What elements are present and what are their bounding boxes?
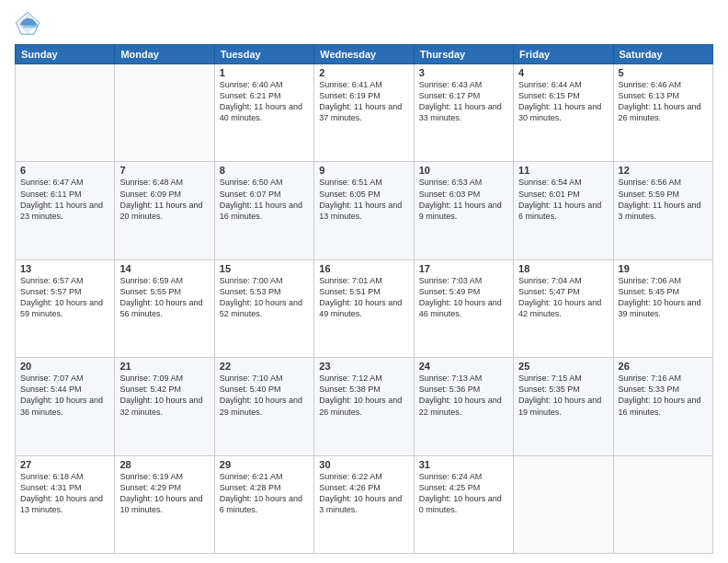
day-number: 6: [20, 165, 109, 176]
day-cell: 18Sunrise: 7:04 AM Sunset: 5:47 PM Dayli…: [514, 259, 613, 357]
day-cell: 14Sunrise: 6:59 AM Sunset: 5:55 PM Dayli…: [115, 259, 214, 357]
col-monday: Monday: [115, 45, 214, 64]
day-cell: 22Sunrise: 7:10 AM Sunset: 5:40 PM Dayli…: [214, 358, 313, 455]
day-cell: [613, 455, 712, 553]
day-number: 4: [518, 67, 608, 78]
col-friday: Friday: [514, 45, 613, 64]
day-number: 9: [319, 165, 408, 176]
day-number: 23: [319, 361, 408, 372]
day-cell: 31Sunrise: 6:24 AM Sunset: 4:25 PM Dayli…: [414, 455, 513, 553]
day-cell: 28Sunrise: 6:19 AM Sunset: 4:29 PM Dayli…: [115, 455, 214, 553]
day-cell: 30Sunrise: 6:22 AM Sunset: 4:26 PM Dayli…: [314, 455, 414, 553]
logo-icon: [15, 11, 40, 37]
day-info: Sunrise: 6:44 AM Sunset: 6:15 PM Dayligh…: [518, 79, 608, 124]
day-number: 2: [319, 67, 408, 78]
day-info: Sunrise: 6:56 AM Sunset: 5:59 PM Dayligh…: [619, 177, 708, 222]
day-number: 30: [319, 459, 408, 470]
day-info: Sunrise: 6:41 AM Sunset: 6:19 PM Dayligh…: [319, 79, 408, 124]
day-info: Sunrise: 6:19 AM Sunset: 4:29 PM Dayligh…: [119, 471, 209, 516]
day-number: 11: [518, 165, 608, 176]
col-tuesday: Tuesday: [214, 45, 313, 64]
day-cell: 27Sunrise: 6:18 AM Sunset: 4:31 PM Dayli…: [16, 455, 115, 553]
day-cell: 25Sunrise: 7:15 AM Sunset: 5:35 PM Dayli…: [514, 358, 613, 455]
day-cell: 17Sunrise: 7:03 AM Sunset: 5:49 PM Dayli…: [414, 259, 513, 357]
day-info: Sunrise: 7:04 AM Sunset: 5:47 PM Dayligh…: [518, 275, 608, 320]
day-number: 20: [20, 361, 109, 372]
day-number: 26: [619, 361, 708, 372]
day-number: 13: [20, 263, 109, 274]
day-number: 19: [619, 263, 708, 274]
day-info: Sunrise: 7:03 AM Sunset: 5:49 PM Dayligh…: [419, 275, 508, 320]
day-info: Sunrise: 7:15 AM Sunset: 5:35 PM Dayligh…: [518, 373, 608, 418]
day-cell: [16, 64, 115, 162]
day-number: 10: [419, 165, 508, 176]
day-number: 22: [220, 361, 309, 372]
day-info: Sunrise: 6:51 AM Sunset: 6:05 PM Dayligh…: [319, 177, 408, 222]
day-cell: 20Sunrise: 7:07 AM Sunset: 5:44 PM Dayli…: [16, 358, 115, 455]
day-number: 15: [220, 263, 309, 274]
day-number: 18: [518, 263, 608, 274]
day-info: Sunrise: 7:09 AM Sunset: 5:42 PM Dayligh…: [119, 373, 209, 418]
day-info: Sunrise: 6:22 AM Sunset: 4:26 PM Dayligh…: [319, 471, 408, 516]
day-cell: 12Sunrise: 6:56 AM Sunset: 5:59 PM Dayli…: [613, 162, 712, 259]
day-number: 29: [220, 459, 309, 470]
day-cell: 15Sunrise: 7:00 AM Sunset: 5:53 PM Dayli…: [214, 259, 313, 357]
day-info: Sunrise: 7:12 AM Sunset: 5:38 PM Dayligh…: [319, 373, 408, 418]
week-row-2: 13Sunrise: 6:57 AM Sunset: 5:57 PM Dayli…: [16, 259, 713, 357]
day-cell: 5Sunrise: 6:46 AM Sunset: 6:13 PM Daylig…: [613, 64, 712, 162]
col-wednesday: Wednesday: [314, 45, 414, 64]
day-cell: 8Sunrise: 6:50 AM Sunset: 6:07 PM Daylig…: [214, 162, 313, 259]
day-cell: 1Sunrise: 6:40 AM Sunset: 6:21 PM Daylig…: [214, 64, 313, 162]
day-number: 14: [119, 263, 209, 274]
day-info: Sunrise: 6:53 AM Sunset: 6:03 PM Dayligh…: [419, 177, 508, 222]
day-cell: 24Sunrise: 7:13 AM Sunset: 5:36 PM Dayli…: [414, 358, 513, 455]
col-thursday: Thursday: [414, 45, 513, 64]
day-number: 27: [20, 459, 109, 470]
day-number: 17: [419, 263, 508, 274]
day-info: Sunrise: 7:16 AM Sunset: 5:33 PM Dayligh…: [619, 373, 708, 418]
day-info: Sunrise: 6:48 AM Sunset: 6:09 PM Dayligh…: [119, 177, 209, 222]
day-cell: 16Sunrise: 7:01 AM Sunset: 5:51 PM Dayli…: [314, 259, 414, 357]
day-cell: 21Sunrise: 7:09 AM Sunset: 5:42 PM Dayli…: [115, 358, 214, 455]
day-number: 31: [419, 459, 508, 470]
day-info: Sunrise: 7:10 AM Sunset: 5:40 PM Dayligh…: [220, 373, 309, 418]
day-info: Sunrise: 7:00 AM Sunset: 5:53 PM Dayligh…: [220, 275, 309, 320]
week-row-0: 1Sunrise: 6:40 AM Sunset: 6:21 PM Daylig…: [16, 64, 713, 162]
day-cell: 11Sunrise: 6:54 AM Sunset: 6:01 PM Dayli…: [514, 162, 613, 259]
week-row-1: 6Sunrise: 6:47 AM Sunset: 6:11 PM Daylig…: [16, 162, 713, 259]
day-number: 12: [619, 165, 708, 176]
day-cell: 10Sunrise: 6:53 AM Sunset: 6:03 PM Dayli…: [414, 162, 513, 259]
day-number: 24: [419, 361, 508, 372]
logo-area: [15, 11, 42, 37]
header-row: Sunday Monday Tuesday Wednesday Thursday…: [16, 45, 713, 64]
day-number: 8: [220, 165, 309, 176]
day-number: 21: [119, 361, 209, 372]
day-cell: [115, 64, 214, 162]
day-info: Sunrise: 6:46 AM Sunset: 6:13 PM Dayligh…: [619, 79, 708, 124]
day-number: 3: [419, 67, 508, 78]
day-info: Sunrise: 6:57 AM Sunset: 5:57 PM Dayligh…: [20, 275, 109, 320]
day-info: Sunrise: 6:40 AM Sunset: 6:21 PM Dayligh…: [220, 79, 309, 124]
day-cell: 6Sunrise: 6:47 AM Sunset: 6:11 PM Daylig…: [16, 162, 115, 259]
day-info: Sunrise: 6:43 AM Sunset: 6:17 PM Dayligh…: [419, 79, 508, 124]
week-row-3: 20Sunrise: 7:07 AM Sunset: 5:44 PM Dayli…: [16, 358, 713, 455]
day-info: Sunrise: 6:24 AM Sunset: 4:25 PM Dayligh…: [419, 471, 508, 516]
day-cell: 9Sunrise: 6:51 AM Sunset: 6:05 PM Daylig…: [314, 162, 414, 259]
day-cell: 7Sunrise: 6:48 AM Sunset: 6:09 PM Daylig…: [115, 162, 214, 259]
day-info: Sunrise: 7:13 AM Sunset: 5:36 PM Dayligh…: [419, 373, 508, 418]
day-info: Sunrise: 7:01 AM Sunset: 5:51 PM Dayligh…: [319, 275, 408, 320]
day-info: Sunrise: 7:06 AM Sunset: 5:45 PM Dayligh…: [619, 275, 708, 320]
col-saturday: Saturday: [613, 45, 712, 64]
day-number: 1: [220, 67, 309, 78]
day-cell: 4Sunrise: 6:44 AM Sunset: 6:15 PM Daylig…: [514, 64, 613, 162]
day-cell: 13Sunrise: 6:57 AM Sunset: 5:57 PM Dayli…: [16, 259, 115, 357]
calendar-table: Sunday Monday Tuesday Wednesday Thursday…: [15, 44, 713, 554]
day-number: 7: [119, 165, 209, 176]
day-cell: 26Sunrise: 7:16 AM Sunset: 5:33 PM Dayli…: [613, 358, 712, 455]
day-number: 28: [119, 459, 209, 470]
day-info: Sunrise: 6:59 AM Sunset: 5:55 PM Dayligh…: [119, 275, 209, 320]
day-cell: 19Sunrise: 7:06 AM Sunset: 5:45 PM Dayli…: [613, 259, 712, 357]
day-number: 25: [518, 361, 608, 372]
day-cell: 23Sunrise: 7:12 AM Sunset: 5:38 PM Dayli…: [314, 358, 414, 455]
day-number: 16: [319, 263, 408, 274]
